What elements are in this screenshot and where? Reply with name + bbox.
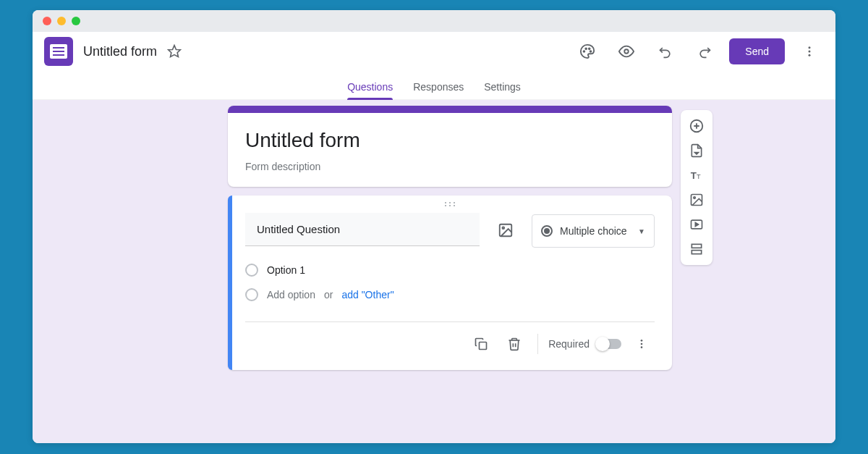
question-more-icon[interactable]: [629, 331, 655, 357]
app-header: Untitled form Send: [33, 32, 835, 71]
svg-point-13: [449, 205, 451, 206]
window-minimize-icon[interactable]: [57, 17, 66, 25]
drag-handle-icon[interactable]: [228, 196, 672, 213]
floating-toolbar: TT: [681, 110, 712, 265]
svg-rect-27: [692, 244, 701, 248]
question-type-select[interactable]: Multiple choice ▼: [532, 214, 655, 248]
window-maximize-icon[interactable]: [72, 17, 80, 25]
svg-point-16: [502, 227, 504, 229]
import-questions-icon[interactable]: [684, 139, 710, 162]
star-icon[interactable]: [167, 44, 182, 59]
add-image-icon[interactable]: [491, 216, 520, 245]
radio-outline-icon: [245, 264, 258, 277]
add-option-button[interactable]: Add option: [267, 289, 315, 300]
svg-point-1: [584, 51, 585, 52]
svg-point-7: [809, 51, 811, 53]
tab-questions[interactable]: Questions: [347, 81, 393, 100]
svg-point-18: [641, 340, 643, 342]
form-title[interactable]: Untitled form: [245, 129, 655, 152]
svg-rect-28: [692, 251, 701, 254]
preview-icon[interactable]: [612, 37, 641, 66]
add-other-button[interactable]: add "Other": [341, 289, 393, 300]
svg-point-8: [809, 54, 811, 56]
forms-logo-icon[interactable]: [44, 37, 73, 66]
customize-theme-icon[interactable]: [573, 37, 602, 66]
add-title-icon[interactable]: TT: [684, 164, 710, 187]
duplicate-icon[interactable]: [468, 331, 494, 357]
svg-marker-0: [169, 46, 181, 57]
svg-point-10: [449, 202, 451, 203]
svg-point-5: [625, 49, 629, 54]
option-label[interactable]: Option 1: [267, 264, 305, 276]
required-label: Required: [548, 338, 590, 350]
delete-icon[interactable]: [501, 331, 527, 357]
tab-responses[interactable]: Responses: [413, 81, 464, 100]
svg-text:T: T: [697, 173, 701, 180]
question-type-label: Multiple choice: [560, 225, 631, 237]
option-row[interactable]: Option 1: [245, 258, 655, 282]
or-label: or: [324, 289, 333, 300]
add-image-icon[interactable]: [684, 188, 710, 211]
svg-point-3: [589, 48, 590, 49]
required-toggle[interactable]: [597, 339, 621, 349]
add-section-icon[interactable]: [684, 237, 710, 261]
window-titlebar: [33, 10, 835, 32]
svg-rect-17: [480, 342, 487, 350]
add-option-row: Add option or add "Other": [245, 282, 655, 307]
svg-point-2: [586, 48, 587, 49]
chevron-down-icon: ▼: [638, 227, 645, 235]
undo-icon[interactable]: [651, 37, 680, 66]
svg-point-12: [445, 205, 446, 206]
window-close-icon[interactable]: [43, 17, 51, 25]
send-button[interactable]: Send: [729, 38, 785, 64]
app-window: Untitled form Send Questions Responses S…: [33, 10, 835, 443]
svg-point-19: [641, 343, 643, 345]
question-title-input[interactable]: [245, 213, 480, 246]
question-footer: Required: [245, 321, 655, 370]
radio-icon: [541, 225, 553, 237]
add-question-icon[interactable]: [684, 114, 710, 138]
form-description[interactable]: Form description: [245, 161, 655, 172]
divider: [537, 334, 538, 354]
form-header-card[interactable]: Untitled form Form description: [228, 106, 672, 187]
svg-point-20: [641, 346, 643, 348]
more-menu-icon[interactable]: [795, 37, 824, 66]
svg-point-4: [590, 51, 592, 52]
svg-text:T: T: [691, 170, 697, 181]
svg-point-11: [454, 202, 455, 203]
svg-point-6: [809, 46, 811, 49]
question-card[interactable]: Multiple choice ▼ Option 1 Add option or…: [228, 196, 672, 370]
svg-point-9: [445, 202, 446, 203]
form-canvas: Untitled form Form description Multiple …: [33, 100, 835, 443]
editor-tabs: Questions Responses Settings: [33, 71, 835, 100]
add-video-icon[interactable]: [684, 213, 710, 236]
svg-point-14: [454, 205, 455, 206]
svg-point-25: [694, 197, 696, 199]
tab-settings[interactable]: Settings: [484, 81, 521, 100]
document-title[interactable]: Untitled form: [83, 44, 157, 59]
radio-outline-icon: [245, 288, 258, 301]
redo-icon[interactable]: [690, 37, 719, 66]
